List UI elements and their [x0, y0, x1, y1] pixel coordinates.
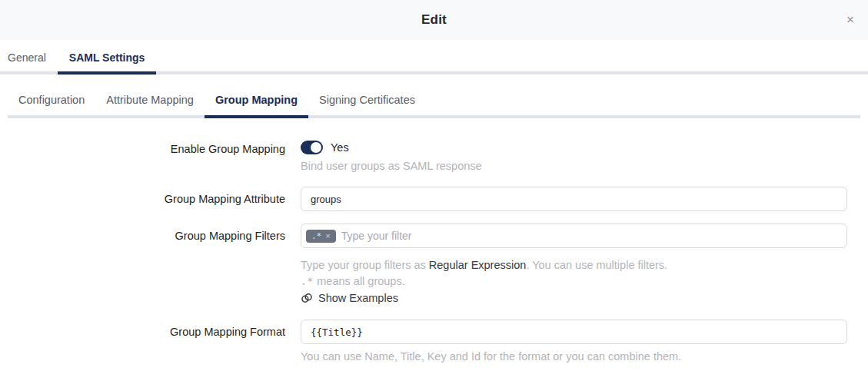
- group-mapping-format-help: You can use Name, Title, Key and Id for …: [301, 349, 847, 365]
- modal-header: Edit ×: [0, 0, 868, 40]
- subtab-configuration[interactable]: Configuration: [8, 81, 95, 118]
- show-examples-label: Show Examples: [318, 292, 398, 304]
- filters-help-code-suffix: means all groups.: [317, 275, 404, 287]
- filter-chip-text: .*: [311, 232, 321, 240]
- group-mapping-filters-input[interactable]: [341, 230, 842, 242]
- filters-help-line-2: .*means all groups.: [301, 273, 847, 290]
- show-examples-link[interactable]: Show Examples: [301, 292, 398, 304]
- subtab-group-mapping[interactable]: Group Mapping: [205, 81, 308, 118]
- group-mapping-attribute-label: Group Mapping Attribute: [0, 187, 285, 211]
- saml-subtabs: Configuration Attribute Mapping Group Ma…: [8, 75, 860, 118]
- row-group-mapping-attribute: Group Mapping Attribute: [0, 187, 868, 211]
- group-mapping-form: Enable Group Mapping Yes Bind user group…: [0, 118, 868, 365]
- toggle-knob: [311, 142, 321, 153]
- main-tabs: General SAML Settings: [0, 40, 868, 75]
- group-mapping-format-label: Group Mapping Format: [0, 320, 285, 365]
- group-mapping-filters-label: Group Mapping Filters: [0, 224, 285, 304]
- enable-group-mapping-help: Bind user groups as SAML response: [301, 158, 847, 174]
- enable-group-mapping-toggle[interactable]: [301, 141, 323, 154]
- filters-help-prefix: Type your group filters as: [301, 259, 429, 271]
- row-group-mapping-format: Group Mapping Format You can use Name, T…: [0, 320, 868, 365]
- group-mapping-filters-field[interactable]: .* ×: [301, 224, 847, 248]
- enable-group-mapping-label: Enable Group Mapping: [0, 138, 285, 174]
- filters-help-emphasis: Regular Expression: [429, 259, 527, 271]
- link-icon: [301, 292, 313, 304]
- subtab-attribute-mapping[interactable]: Attribute Mapping: [95, 81, 205, 118]
- row-enable-group-mapping: Enable Group Mapping Yes Bind user group…: [0, 138, 868, 174]
- close-icon[interactable]: ×: [841, 11, 860, 29]
- group-mapping-attribute-input[interactable]: [301, 187, 847, 211]
- chip-remove-icon[interactable]: ×: [325, 232, 330, 240]
- row-group-mapping-filters: Group Mapping Filters .* × Type your gro…: [0, 224, 868, 304]
- filters-help-code: .*: [301, 275, 313, 287]
- toggle-state-label: Yes: [331, 141, 349, 154]
- filter-chip: .* ×: [306, 230, 336, 243]
- group-mapping-format-input[interactable]: [301, 320, 847, 344]
- filters-help-line-1: Type your group filters as Regular Expre…: [301, 257, 847, 273]
- filters-help-suffix: . You can use multiple filters.: [526, 259, 667, 271]
- modal-title: Edit: [421, 12, 447, 28]
- tab-general[interactable]: General: [8, 40, 58, 75]
- subtab-signing-certificates[interactable]: Signing Certificates: [308, 81, 426, 118]
- tab-saml-settings[interactable]: SAML Settings: [58, 40, 157, 75]
